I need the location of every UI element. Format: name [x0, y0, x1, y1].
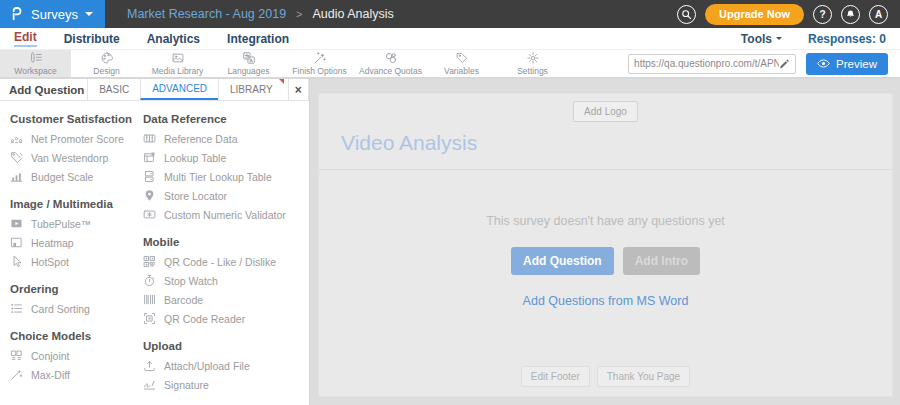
close-panel-button[interactable]: × — [288, 79, 309, 100]
add-question-button[interactable]: Add Question — [511, 247, 614, 275]
section-header: Choice Models — [10, 330, 143, 342]
barcode-icon — [143, 293, 156, 306]
tab-library[interactable]: LIBRARY — [218, 79, 284, 100]
question-type-label: Card Sorting — [31, 303, 90, 315]
toolbar-item-design[interactable]: Design — [71, 50, 142, 77]
logo-row: Add Logo — [319, 101, 892, 122]
tools-menu[interactable]: Tools — [741, 32, 782, 46]
upload-icon — [143, 359, 156, 372]
section-upload: UploadAttach/Upload FileSignature — [143, 340, 309, 394]
question-type-hotspot[interactable]: HotSpot — [10, 252, 143, 271]
question-type-max-diff[interactable]: Max-Diff — [10, 365, 143, 384]
settings-icon — [526, 51, 540, 65]
heatmap-icon — [10, 236, 23, 249]
question-type-label: Custom Numeric Validator — [164, 209, 286, 221]
toolbar-item-label: Media Library — [152, 66, 204, 76]
add-logo-button[interactable]: Add Logo — [573, 101, 638, 122]
question-type-tubepulse[interactable]: TubePulse™ — [10, 214, 143, 233]
question-type-label: HotSpot — [31, 256, 69, 268]
section-data-reference: Data ReferenceReference DataLookup Table… — [143, 113, 309, 224]
tab-advanced[interactable]: ADVANCED — [140, 79, 218, 100]
help-button[interactable]: ? — [813, 5, 832, 24]
survey-url-field[interactable]: https://qa.questionpro.com/t/APNrFZf3p — [628, 54, 796, 74]
chevron-down-icon — [85, 12, 93, 16]
wand-icon — [10, 368, 23, 381]
question-type-reference-data[interactable]: Reference Data — [143, 129, 309, 148]
question-type-conjoint[interactable]: Conjoint — [10, 346, 143, 365]
question-type-stop-watch[interactable]: Stop Watch — [143, 271, 309, 290]
toolbar-item-workspace[interactable]: Workspace — [0, 50, 71, 77]
toolbar-item-variables[interactable]: Variables — [426, 50, 497, 77]
signature-icon — [143, 378, 156, 391]
title-divider — [319, 169, 892, 170]
section-header: Image / Multimedia — [10, 198, 143, 210]
question-type-label: Multi Tier Lookup Table — [164, 171, 272, 183]
question-type-card-sorting[interactable]: Card Sorting — [10, 299, 143, 318]
question-type-net-promoter-score[interactable]: Net Promoter Score — [10, 129, 143, 148]
new-corner-badge — [279, 79, 284, 84]
avatar[interactable]: A — [869, 5, 888, 24]
tab-integration[interactable]: Integration — [227, 32, 289, 46]
toolbar-item-label: Advance Quotas — [359, 66, 422, 76]
survey-title[interactable]: Video Analysis — [341, 131, 892, 155]
question-type-van-westendorp[interactable]: Van Westendorp — [10, 148, 143, 167]
question-type-label: Conjoint — [31, 350, 70, 362]
product-switcher[interactable]: Surveys — [0, 0, 105, 28]
tab-analytics[interactable]: Analytics — [147, 32, 200, 46]
qr-reader-icon — [143, 312, 156, 325]
tab-edit[interactable]: Edit — [14, 30, 37, 47]
question-type-label: QR Code Reader — [164, 313, 245, 325]
question-type-label: Lookup Table — [164, 152, 226, 164]
question-type-custom-numeric-validator[interactable]: Custom Numeric Validator — [143, 205, 309, 224]
question-type-label: Stop Watch — [164, 275, 218, 287]
notifications-button[interactable] — [841, 5, 860, 24]
thank-you-page-button[interactable]: Thank You Page — [597, 366, 690, 387]
add-from-msword-link[interactable]: Add Questions from MS Word — [523, 294, 689, 308]
search-button[interactable] — [677, 5, 696, 24]
question-type-label: Net Promoter Score — [31, 133, 124, 145]
question-type-label: Store Locator — [164, 190, 227, 202]
question-type-barcode[interactable]: Barcode — [143, 290, 309, 309]
section-header: Mobile — [143, 236, 309, 248]
question-type-label: Max-Diff — [31, 369, 70, 381]
preview-button[interactable]: Preview — [806, 53, 888, 75]
multi-tier-icon — [143, 170, 156, 183]
question-types-column-2: Data ReferenceReference DataLookup Table… — [143, 101, 309, 405]
breadcrumb-survey-name: Audio Analysis — [313, 7, 394, 21]
toolbar-item-label: Settings — [517, 66, 548, 76]
question-type-label: Reference Data — [164, 133, 238, 145]
toolbar-item-media-library[interactable]: Media Library — [142, 50, 213, 77]
panel-title: Add Question — [0, 79, 87, 100]
question-type-heatmap[interactable]: Heatmap — [10, 233, 143, 252]
conjoint-grid-icon — [10, 349, 23, 362]
content: Add Question BASIC ADVANCED LIBRARY × Cu… — [0, 79, 900, 405]
section-ordering: OrderingCard Sorting — [10, 283, 143, 318]
footer-row: Edit Footer Thank You Page — [319, 366, 892, 387]
qr-code-icon — [143, 255, 156, 268]
edit-nav: Edit Distribute Analytics Integration To… — [0, 28, 900, 49]
tools-label: Tools — [741, 32, 772, 46]
question-type-label: Heatmap — [31, 237, 74, 249]
add-intro-button[interactable]: Add Intro — [623, 247, 700, 275]
question-type-qr-code-like-dislike[interactable]: QR Code - Like / Dislike — [143, 252, 309, 271]
question-type-store-locator[interactable]: Store Locator — [143, 186, 309, 205]
toolbar-item-finish-options[interactable]: Finish Options — [284, 50, 355, 77]
question-type-budget-scale[interactable]: Budget Scale — [10, 167, 143, 186]
tab-distribute[interactable]: Distribute — [64, 32, 120, 46]
question-type-multi-tier-lookup-table[interactable]: Multi Tier Lookup Table — [143, 167, 309, 186]
upgrade-button[interactable]: Upgrade Now — [705, 4, 804, 25]
tab-basic[interactable]: BASIC — [87, 79, 140, 100]
question-type-label: TubePulse™ — [31, 218, 91, 230]
toolbar-item-settings[interactable]: Settings — [497, 50, 568, 77]
responses-count[interactable]: Responses: 0 — [808, 32, 886, 46]
edit-footer-button[interactable]: Edit Footer — [521, 366, 590, 387]
question-type-qr-code-reader[interactable]: QR Code Reader — [143, 309, 309, 328]
breadcrumb-folder[interactable]: Market Research - Aug 2019 — [127, 7, 286, 21]
question-type-signature[interactable]: Signature — [143, 375, 309, 394]
question-type-attach-upload-file[interactable]: Attach/Upload File — [143, 356, 309, 375]
advance-quotas-icon — [384, 51, 398, 65]
edit-url-icon[interactable] — [779, 58, 790, 69]
toolbar-item-advance-quotas[interactable]: Advance Quotas — [355, 50, 426, 77]
question-type-lookup-table[interactable]: Lookup Table — [143, 148, 309, 167]
toolbar-item-languages[interactable]: Languages — [213, 50, 284, 77]
